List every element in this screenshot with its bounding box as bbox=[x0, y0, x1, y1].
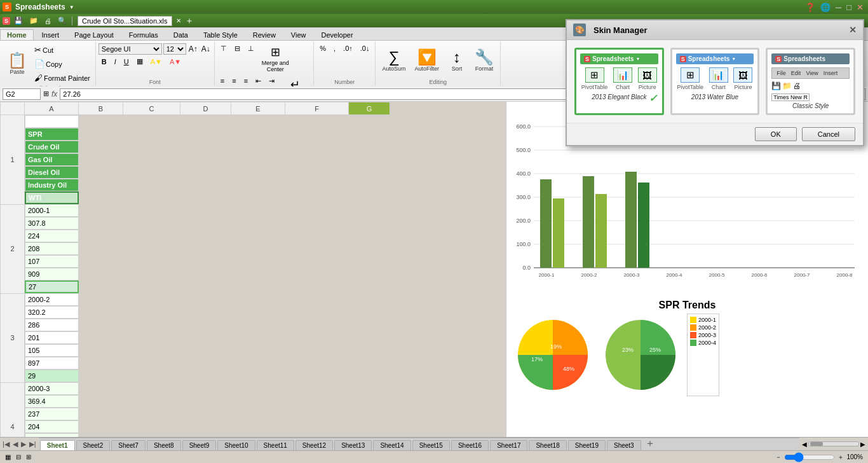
cell-2-5[interactable]: 909 bbox=[25, 268, 79, 280]
cell-3-4[interactable]: 105 bbox=[25, 344, 79, 357]
file-tab-filename[interactable]: Crude Oil Sto...Situation.xls bbox=[78, 16, 172, 26]
tab-insert[interactable]: Insert bbox=[35, 29, 67, 40]
decrease-decimal-btn[interactable]: .0↓ bbox=[357, 43, 373, 53]
border-button[interactable]: ▦ bbox=[133, 56, 146, 67]
sheet-tab-1[interactable]: Sheet1 bbox=[40, 440, 75, 450]
cell-reference-box[interactable] bbox=[3, 88, 41, 100]
cell-2-1[interactable]: 307.8 bbox=[25, 217, 79, 230]
network-icon[interactable]: 🌐 bbox=[818, 3, 832, 12]
col-header-d[interactable]: D bbox=[180, 102, 231, 115]
tab-view[interactable]: View bbox=[284, 29, 313, 40]
bold-button[interactable]: B bbox=[98, 57, 110, 67]
grid-scroll[interactable]: A B C D E F G 1 bbox=[0, 102, 506, 437]
save-btn[interactable]: 💾 bbox=[11, 15, 25, 26]
tab-table-style[interactable]: Table Style bbox=[196, 29, 245, 40]
align-middle-btn[interactable]: ⊟ bbox=[231, 43, 243, 74]
title-dropdown-arrow[interactable]: ▼ bbox=[69, 4, 74, 10]
col-header-g[interactable]: G bbox=[349, 102, 390, 115]
ok-button[interactable]: OK bbox=[755, 127, 797, 141]
col-header-a[interactable]: A bbox=[25, 102, 79, 115]
italic-button[interactable]: I bbox=[111, 57, 119, 67]
font-shrink-btn[interactable]: A↓ bbox=[200, 44, 212, 54]
copy-button[interactable]: 📄 Copy bbox=[32, 57, 93, 71]
cell-e1[interactable]: Diesel Oil bbox=[25, 166, 79, 179]
sheet-tab-12[interactable]: Sheet12 bbox=[295, 440, 333, 450]
maximize-button[interactable]: □ bbox=[844, 3, 853, 12]
skin-card-classic[interactable]: S Spreadsheets File Edit View Insert 💾 📁… bbox=[766, 48, 855, 115]
zoom-in-btn[interactable]: ＋ bbox=[837, 453, 844, 462]
merge-center-button[interactable]: ⊞ Merge andCenter bbox=[259, 43, 292, 74]
sheet-tab-8[interactable]: Sheet8 bbox=[147, 440, 181, 450]
tab-developer[interactable]: Developer bbox=[315, 29, 360, 40]
font-name-select[interactable]: Segoe UI bbox=[98, 43, 162, 55]
sheet-tab-19[interactable]: Sheet19 bbox=[568, 440, 606, 450]
view-normal-btn[interactable]: ▦ bbox=[5, 453, 11, 460]
sheet-tab-10[interactable]: Sheet10 bbox=[217, 440, 255, 450]
cell-3-6[interactable]: 29 bbox=[25, 370, 79, 382]
scroll-bar[interactable] bbox=[808, 441, 859, 446]
sheet-tab-11[interactable]: Sheet11 bbox=[257, 440, 294, 450]
autosum-button[interactable]: ∑ AutoSum bbox=[378, 47, 409, 74]
skin-card-water-blue[interactable]: S Spreadsheets ▼ ⊞ PivotTable 📊 Chart 🖼 … bbox=[670, 48, 760, 115]
font-color-button[interactable]: A▼ bbox=[166, 57, 184, 67]
minimize-button[interactable]: ─ bbox=[834, 3, 843, 12]
cell-3-0[interactable]: 2000-2 bbox=[25, 293, 79, 306]
tab-page-layout[interactable]: Page Layout bbox=[67, 29, 121, 40]
sheet-tab-17[interactable]: Sheet17 bbox=[490, 440, 527, 450]
print-btn[interactable]: 🖨 bbox=[42, 16, 54, 26]
sheet-tab-16[interactable]: Sheet16 bbox=[451, 440, 489, 450]
percent-btn[interactable]: % bbox=[316, 43, 329, 53]
sheet-tab-18[interactable]: Sheet18 bbox=[529, 440, 566, 450]
cell-3-5[interactable]: 897 bbox=[25, 357, 79, 370]
zoom-slider[interactable] bbox=[784, 452, 835, 462]
cell-4-3[interactable]: 204 bbox=[25, 420, 79, 433]
align-top-btn[interactable]: ⊤ bbox=[217, 43, 230, 74]
cell-d1[interactable]: Gas Oil bbox=[25, 153, 79, 166]
cut-button[interactable]: ✂ Cut bbox=[32, 43, 93, 57]
cell-4-1[interactable]: 369.4 bbox=[25, 395, 79, 408]
cell-2-4[interactable]: 107 bbox=[25, 255, 79, 268]
cell-3-3[interactable]: 201 bbox=[25, 331, 79, 344]
cell-4-0[interactable]: 2000-3 bbox=[25, 382, 79, 395]
tab-data[interactable]: Data bbox=[166, 29, 195, 40]
tab-nav-first[interactable]: |◀ bbox=[1, 440, 11, 448]
cancel-button[interactable]: Cancel bbox=[802, 127, 855, 141]
sort-button[interactable]: ↕ Sort bbox=[444, 47, 470, 74]
align-bottom-btn[interactable]: ⊥ bbox=[245, 43, 257, 74]
col-header-c[interactable]: C bbox=[123, 102, 180, 115]
col-header-f[interactable]: F bbox=[285, 102, 349, 115]
scroll-left-btn[interactable]: ◀ bbox=[802, 441, 807, 448]
view-layout-btn[interactable]: ⊞ bbox=[26, 453, 31, 460]
paste-button[interactable]: 📋 Paste bbox=[4, 50, 31, 78]
cell-2-6[interactable]: 27 bbox=[25, 280, 79, 293]
cell-4-2[interactable]: 237 bbox=[25, 408, 79, 420]
scroll-right-btn[interactable]: ▶ bbox=[860, 441, 865, 448]
sheet-tab-9[interactable]: Sheet9 bbox=[182, 440, 217, 450]
close-button[interactable]: ✕ bbox=[855, 3, 865, 12]
zoom-out-btn[interactable]: － bbox=[775, 453, 782, 462]
format-painter-button[interactable]: 🖌 Format Painter bbox=[32, 71, 93, 85]
sheet-tab-2[interactable]: Sheet2 bbox=[76, 440, 111, 450]
file-tab-close[interactable]: ✕ bbox=[176, 17, 181, 24]
cell-2-2[interactable]: 224 bbox=[25, 230, 79, 242]
cell-g1[interactable]: WTI bbox=[25, 191, 79, 204]
fill-color-button[interactable]: A▼ bbox=[147, 57, 165, 67]
expand-formula-icon[interactable]: ⊞ bbox=[43, 90, 49, 98]
open-btn[interactable]: 📁 bbox=[27, 15, 41, 26]
sheet-tab-3[interactable]: Sheet3 bbox=[607, 440, 641, 450]
cell-c1[interactable]: Crude Oil bbox=[25, 141, 79, 153]
cell-a1[interactable] bbox=[25, 115, 79, 128]
cell-f1[interactable]: Industry Oil bbox=[25, 179, 79, 191]
tab-home[interactable]: Home bbox=[0, 29, 34, 40]
tab-review[interactable]: Review bbox=[246, 29, 283, 40]
autofilter-button[interactable]: 🔽 AutoFilter bbox=[410, 47, 443, 74]
tab-nav-next[interactable]: ▶ bbox=[20, 440, 27, 448]
tab-nav-prev[interactable]: ◀ bbox=[11, 440, 19, 448]
sheet-tab-14[interactable]: Sheet14 bbox=[373, 440, 410, 450]
skin-card-elegant-black[interactable]: S Spreadsheets ▼ ⊞ PivotTable 📊 Chart 🖼 … bbox=[574, 48, 664, 115]
underline-button[interactable]: U bbox=[121, 57, 132, 67]
font-size-select[interactable]: 12 bbox=[163, 43, 186, 55]
format-button[interactable]: 🔧 Format bbox=[471, 47, 498, 74]
preview-btn[interactable]: 🔍 bbox=[55, 15, 69, 26]
cell-3-1[interactable]: 320.2 bbox=[25, 306, 79, 319]
